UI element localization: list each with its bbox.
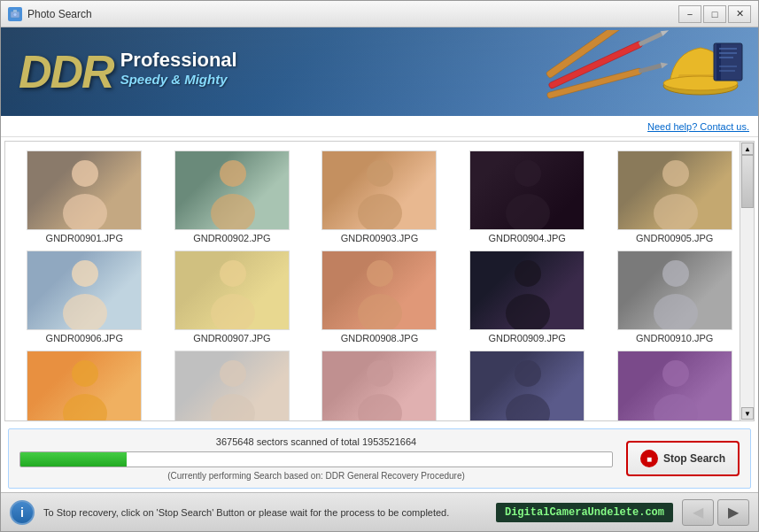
- photo-thumbnail: [27, 251, 142, 330]
- photo-cell[interactable]: GNDR00908.JPG: [306, 247, 453, 347]
- photo-label: GNDR00908.JPG: [341, 333, 418, 343]
- photo-cell[interactable]: GNDR00907.JPG: [159, 247, 306, 347]
- photo-label: GNDR00904.JPG: [488, 233, 565, 243]
- photo-cell[interactable]: GNDR00901.JPG: [11, 147, 159, 247]
- scrollbar[interactable]: ▲ ▼: [740, 142, 754, 420]
- website-badge: DigitalCameraUndelete.com: [496, 503, 673, 522]
- photo-thumbnail: [469, 251, 585, 330]
- svg-point-50: [662, 360, 689, 387]
- photo-thumbnail: [27, 351, 142, 420]
- svg-point-26: [367, 160, 393, 187]
- main-content: GNDR00901.JPG GNDR00902.JPG GNDR00903.JP…: [1, 137, 758, 492]
- progress-bar-fill: [20, 452, 127, 466]
- main-window: Photo Search − □ ✕ DDR Professional Spee…: [0, 0, 759, 532]
- header-tools: [484, 27, 749, 116]
- photo-label: GNDR00907.JPG: [193, 333, 270, 343]
- svg-marker-11: [661, 60, 670, 68]
- svg-rect-18: [719, 52, 737, 54]
- photo-cell[interactable]: GNDR00912.JPG: [159, 347, 306, 420]
- photo-label: GNDR00902.JPG: [193, 233, 270, 243]
- photo-cell[interactable]: GNDR00906.JPG: [11, 247, 159, 347]
- help-link-bar: Need help? Contact us.: [1, 116, 758, 137]
- svg-point-44: [220, 360, 246, 387]
- photo-cell[interactable]: GNDR00911.JPG: [11, 347, 159, 420]
- maximize-button[interactable]: □: [703, 5, 726, 23]
- svg-point-39: [506, 294, 550, 330]
- photo-thumbnail: [321, 150, 437, 230]
- photo-label: GNDR00901.JPG: [46, 233, 123, 243]
- photo-cell[interactable]: GNDR00913.JPG: [306, 347, 453, 420]
- scroll-down-arrow[interactable]: ▼: [741, 407, 754, 420]
- photo-thumbnail: [617, 150, 732, 230]
- svg-point-42: [72, 360, 98, 387]
- photo-cell[interactable]: GNDR00904.JPG: [453, 147, 601, 247]
- photo-cell[interactable]: GNDR00902.JPG: [159, 147, 306, 247]
- svg-rect-10: [639, 63, 662, 73]
- photo-thumbnail: [321, 351, 437, 420]
- forward-button[interactable]: ▶: [717, 499, 749, 526]
- photo-thumbnail: [174, 251, 290, 330]
- svg-point-1: [13, 12, 17, 16]
- info-icon: i: [10, 500, 35, 525]
- stop-search-button[interactable]: Stop Search: [626, 441, 740, 476]
- photo-thumbnail: [617, 351, 732, 420]
- photo-cell[interactable]: GNDR00909.JPG: [453, 247, 601, 347]
- svg-point-40: [662, 260, 689, 287]
- svg-point-23: [63, 194, 107, 230]
- close-button[interactable]: ✕: [728, 5, 751, 23]
- svg-rect-21: [719, 70, 735, 72]
- photo-cell[interactable]: GNDR00915.JPG: [600, 347, 748, 420]
- svg-point-47: [358, 394, 402, 420]
- photo-label: GNDR00906.JPG: [46, 333, 123, 343]
- photo-grid: GNDR00901.JPG GNDR00902.JPG GNDR00903.JP…: [5, 142, 754, 420]
- photo-label: GNDR00909.JPG: [488, 333, 565, 343]
- svg-rect-19: [719, 57, 733, 58]
- bottom-bar: i To Stop recovery, click on 'Stop Searc…: [1, 492, 758, 531]
- photo-cell[interactable]: GNDR00910.JPG: [600, 247, 748, 347]
- svg-point-22: [72, 160, 98, 187]
- help-link[interactable]: Need help? Contact us.: [647, 121, 749, 132]
- svg-rect-2: [13, 10, 17, 12]
- photo-cell[interactable]: GNDR00914.JPG: [453, 347, 601, 420]
- photo-cell[interactable]: GNDR00903.JPG: [306, 147, 453, 247]
- photo-label: GNDR00910.JPG: [636, 333, 713, 343]
- stop-icon: [640, 450, 658, 467]
- bottom-info-text: To Stop recovery, click on 'Stop Search'…: [43, 507, 496, 518]
- minimize-button[interactable]: −: [678, 5, 701, 23]
- stop-search-label: Stop Search: [663, 452, 725, 465]
- svg-point-24: [220, 160, 246, 187]
- progress-subtext: (Currently performing Search based on: D…: [19, 471, 613, 481]
- photo-thumbnail: [174, 351, 290, 420]
- svg-rect-17: [719, 48, 737, 50]
- scroll-thumb[interactable]: [741, 155, 754, 208]
- photo-thumbnail: [469, 351, 585, 420]
- photo-label: GNDR00905.JPG: [636, 233, 713, 243]
- svg-point-25: [211, 194, 255, 230]
- tools-svg: [501, 30, 749, 114]
- svg-point-45: [211, 394, 255, 420]
- photo-thumbnail: [174, 150, 290, 230]
- svg-point-51: [654, 394, 698, 420]
- svg-point-29: [506, 194, 550, 230]
- sectors-text: 3675648 sectors scanned of total 1953521…: [19, 436, 613, 447]
- svg-point-34: [220, 260, 246, 287]
- photo-thumbnail: [321, 251, 437, 330]
- svg-point-36: [367, 260, 393, 287]
- photo-cell[interactable]: GNDR00905.JPG: [600, 147, 748, 247]
- photo-thumbnail: [617, 251, 732, 330]
- svg-point-49: [506, 394, 550, 420]
- progress-info: 3675648 sectors scanned of total 1953521…: [19, 436, 613, 481]
- svg-point-27: [358, 194, 402, 230]
- photo-thumbnail: [27, 150, 142, 230]
- nav-buttons: ◀ ▶: [682, 499, 749, 526]
- header-banner: DDR Professional Speedy & Mighty: [1, 27, 758, 116]
- svg-point-33: [63, 294, 107, 330]
- back-button[interactable]: ◀: [682, 499, 714, 526]
- svg-point-46: [367, 360, 393, 387]
- svg-point-32: [72, 260, 98, 287]
- svg-point-31: [654, 194, 698, 230]
- scroll-up-arrow[interactable]: ▲: [741, 143, 754, 155]
- window-title: Photo Search: [27, 8, 678, 20]
- svg-point-43: [63, 394, 107, 420]
- title-bar: Photo Search − □ ✕: [1, 1, 758, 27]
